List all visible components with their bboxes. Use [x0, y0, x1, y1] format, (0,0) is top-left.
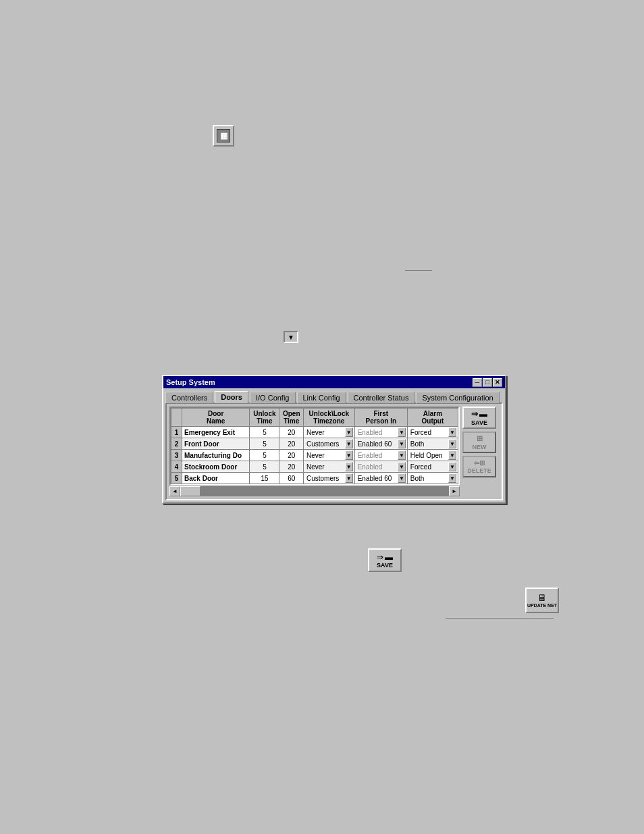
- first-person-value-4: Enabled: [356, 463, 398, 471]
- alarm-output-cell-5[interactable]: Both ▼: [407, 473, 458, 484]
- timezone-arrow-3[interactable]: ▼: [345, 450, 353, 460]
- unlock-time-4: 5: [250, 461, 279, 473]
- scroll-left-btn[interactable]: ◄: [169, 486, 180, 496]
- alarm-output-arrow-3[interactable]: ▼: [448, 450, 456, 460]
- tab-system-config[interactable]: System Configuration: [416, 392, 499, 404]
- icon-symbol: ▦: [220, 131, 227, 140]
- row-num-2: 2: [171, 438, 182, 450]
- alarm-output-value-2: Both: [409, 440, 448, 448]
- maximize-button[interactable]: □: [483, 378, 492, 387]
- tab-controllers[interactable]: Controllers: [165, 392, 213, 404]
- row-num-5: 5: [171, 473, 182, 484]
- table-row: 2 Front Door 5 20 Customers ▼: [171, 438, 458, 450]
- doors-table-container: DoorName UnlockTime OpenTime Unlock\Lock…: [169, 407, 460, 486]
- tab-controller-status[interactable]: Controller Status: [348, 392, 415, 404]
- update-net-label: UPDATE NET: [527, 603, 557, 608]
- standalone-save-button[interactable]: ⇒ ▬ SAVE: [368, 548, 402, 572]
- table-row: 4 Stockroom Door 5 20 Never ▼: [171, 461, 458, 473]
- open-time-4: 20: [279, 461, 304, 473]
- alarm-output-value-4: Forced: [409, 463, 448, 471]
- first-person-value-5: Enabled 60: [356, 474, 398, 483]
- open-time-5: 60: [279, 473, 304, 484]
- table-row: 5 Back Door 15 60 Customers ▼: [171, 473, 458, 484]
- doors-table: DoorName UnlockTime OpenTime Unlock\Lock…: [171, 408, 458, 484]
- table-area: DoorName UnlockTime OpenTime Unlock\Lock…: [169, 407, 460, 496]
- first-person-value-3: Enabled: [356, 451, 398, 460]
- alarm-output-arrow-4[interactable]: ▼: [448, 462, 456, 471]
- alarm-output-cell-3[interactable]: Held Open ▼: [407, 450, 458, 461]
- first-person-arrow-4[interactable]: ▼: [398, 462, 406, 471]
- timezone-cell-2[interactable]: Customers ▼: [303, 438, 354, 450]
- dialog-titlebar: Setup System ─ □ ✕: [163, 376, 505, 388]
- first-person-value-2: Enabled 60: [356, 440, 398, 448]
- unlock-time-5: 15: [250, 473, 279, 484]
- new-button[interactable]: ⊞ NEW: [462, 432, 496, 453]
- titlebar-buttons: ─ □ ✕: [473, 378, 502, 387]
- alarm-output-cell-4[interactable]: Forced ▼: [407, 461, 458, 473]
- dialog-title: Setup System: [166, 378, 215, 386]
- delete-btn-label: DELETE: [467, 467, 491, 474]
- tab-io-config[interactable]: I/O Config: [250, 392, 296, 404]
- new-btn-icons: ⊞: [477, 434, 483, 443]
- door-name-2: Front Door: [182, 438, 250, 450]
- alarm-output-value-5: Both: [409, 474, 448, 483]
- row-num-3: 3: [171, 450, 182, 461]
- mid-dropdown[interactable]: ▼: [284, 331, 298, 343]
- scroll-track: [180, 486, 449, 496]
- delete-button[interactable]: ⇐⊞ DELETE: [462, 456, 496, 477]
- scroll-right-btn[interactable]: ►: [449, 486, 460, 496]
- alarm-output-arrow-1[interactable]: ▼: [448, 427, 456, 437]
- first-person-arrow-5[interactable]: ▼: [398, 473, 406, 483]
- top-app-icon[interactable]: ▦: [213, 125, 234, 147]
- first-person-cell-3[interactable]: Enabled ▼: [354, 450, 407, 461]
- new-grid-icon: ⊞: [477, 434, 483, 443]
- hr-line-bottom: [446, 618, 554, 619]
- tab-link-config[interactable]: Link Config: [297, 392, 346, 404]
- top-icon-inner: ▦: [217, 129, 230, 142]
- standalone-save-disk-icon: ▬: [385, 552, 393, 562]
- setup-system-dialog: Setup System ─ □ ✕ Controllers Doors I/O…: [162, 375, 506, 504]
- col-header-timezone: Unlock\LockTimezone: [303, 409, 354, 427]
- hr-line-top: [405, 270, 432, 271]
- save-button[interactable]: ⇒ ▬ SAVE: [462, 407, 496, 429]
- update-net-button[interactable]: 🖥 UPDATE NET: [525, 588, 559, 613]
- timezone-arrow-2[interactable]: ▼: [345, 439, 353, 448]
- open-time-1: 20: [279, 427, 304, 438]
- tab-doors[interactable]: Doors: [215, 391, 248, 403]
- alarm-output-arrow-5[interactable]: ▼: [448, 473, 456, 483]
- alarm-output-cell-2[interactable]: Both ▼: [407, 438, 458, 450]
- timezone-cell-5[interactable]: Customers ▼: [303, 473, 354, 484]
- timezone-value-5: Customers: [305, 474, 345, 483]
- alarm-output-cell-1[interactable]: Forced ▼: [407, 427, 458, 438]
- action-buttons: ⇒ ▬ SAVE ⊞ NEW ⇐⊞ DELETE: [462, 407, 499, 496]
- save-btn-label: SAVE: [471, 419, 487, 426]
- timezone-cell-4[interactable]: Never ▼: [303, 461, 354, 473]
- unlock-time-3: 5: [250, 450, 279, 461]
- timezone-cell-3[interactable]: Never ▼: [303, 450, 354, 461]
- first-person-cell-4[interactable]: Enabled ▼: [354, 461, 407, 473]
- first-person-arrow-1[interactable]: ▼: [398, 427, 406, 437]
- timezone-cell-1[interactable]: Never ▼: [303, 427, 354, 438]
- row-num-1: 1: [171, 427, 182, 438]
- timezone-arrow-4[interactable]: ▼: [345, 462, 353, 471]
- timezone-arrow-5[interactable]: ▼: [345, 473, 353, 483]
- standalone-save-label: SAVE: [377, 562, 393, 569]
- table-row: 3 Manufacturing Do 5 20 Never ▼: [171, 450, 458, 461]
- scroll-thumb[interactable]: [180, 486, 200, 496]
- first-person-cell-2[interactable]: Enabled 60 ▼: [354, 438, 407, 450]
- timezone-value-1: Never: [305, 428, 345, 437]
- col-header-num: [171, 409, 182, 427]
- close-button[interactable]: ✕: [493, 378, 502, 387]
- col-header-open-time: OpenTime: [279, 409, 304, 427]
- first-person-arrow-2[interactable]: ▼: [398, 439, 406, 448]
- horizontal-scrollbar[interactable]: ◄ ►: [169, 486, 460, 496]
- first-person-cell-1[interactable]: Enabled ▼: [354, 427, 407, 438]
- alarm-output-arrow-2[interactable]: ▼: [448, 439, 456, 448]
- first-person-arrow-3[interactable]: ▼: [398, 450, 406, 460]
- door-name-1: Emergency Exit: [182, 427, 250, 438]
- first-person-cell-5[interactable]: Enabled 60 ▼: [354, 473, 407, 484]
- tab-io-config-label: I/O Config: [256, 394, 290, 402]
- minimize-button[interactable]: ─: [473, 378, 482, 387]
- timezone-arrow-1[interactable]: ▼: [345, 427, 353, 437]
- save-disk-icon: ▬: [479, 409, 487, 419]
